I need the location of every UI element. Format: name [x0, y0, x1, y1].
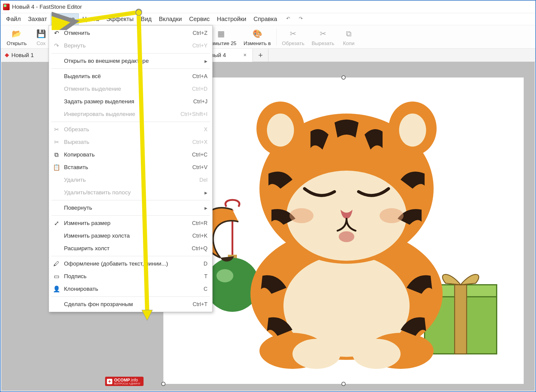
- menu-item[interactable]: Изменить размер холстаCtrl+K: [49, 229, 212, 242]
- shortcut-label: X: [204, 126, 207, 133]
- redo-icon: ↷: [53, 42, 60, 50]
- watermark-sub: ВОПРОСЫ АДМИНУ: [114, 382, 141, 385]
- tool-save: 💾Сох: [31, 26, 51, 48]
- svg-point-19: [339, 231, 354, 242]
- close-icon[interactable]: ×: [242, 52, 248, 58]
- menu-item-label: Задать размер выделения: [64, 98, 134, 105]
- menu-item[interactable]: 📋ВставитьCtrl+V: [49, 161, 212, 174]
- submenu-arrow-icon: ▸: [204, 58, 207, 65]
- tool-folder-open[interactable]: 📂Открыть: [4, 26, 30, 48]
- shortcut-label: Ctrl+D: [192, 86, 207, 92]
- resize-handle[interactable]: [341, 75, 346, 80]
- menu-item-label: Расширить холст: [64, 245, 110, 252]
- menu-item-label: Сделать фон прозрачным: [64, 301, 133, 308]
- menu-item[interactable]: ⤢Изменить размерCtrl+R: [49, 217, 212, 229]
- menu-item-label: Отменить выделение: [64, 86, 121, 92]
- menu-item: ↷ВернутьCtrl+Y: [49, 39, 212, 52]
- svg-point-12: [353, 339, 401, 369]
- tool-cut: ✂Вырезать: [309, 26, 338, 48]
- menu-вкладки[interactable]: Вкладки: [155, 14, 186, 24]
- caption-icon: ▭: [53, 272, 60, 280]
- separator: [51, 215, 210, 216]
- menu-item[interactable]: Повернуть▸: [49, 202, 212, 214]
- menu-сервис[interactable]: Сервис: [186, 14, 213, 24]
- resize-icon: ⤢: [53, 219, 60, 227]
- svg-rect-2: [455, 285, 467, 354]
- add-tab-button[interactable]: +: [253, 49, 268, 62]
- tool-label: Открыть: [7, 41, 27, 47]
- palette-icon: 🎨: [252, 29, 263, 39]
- resize-handle[interactable]: [161, 382, 165, 386]
- modified-indicator-icon: [5, 53, 9, 57]
- shortcut-label: Ctrl+V: [192, 164, 207, 171]
- menu-вид[interactable]: Вид: [137, 14, 155, 24]
- shortcut-label: T: [204, 273, 207, 280]
- tool-copy: ⧉Копи: [338, 26, 359, 48]
- shortcut-label: Ctrl+J: [193, 99, 207, 105]
- cut-icon: ✂: [53, 138, 60, 146]
- tool-crop: ✂Обрезать: [279, 26, 307, 48]
- shortcut-label: C: [204, 286, 207, 292]
- folder-open-icon: 📂: [11, 29, 22, 39]
- separator: [51, 200, 210, 200]
- shortcut-label: Ctrl+X: [192, 139, 207, 145]
- menu-item: ✂ОбрезатьX: [49, 123, 212, 136]
- edit-menu-dropdown: ↶ОтменитьCtrl+Z↷ВернутьCtrl+YОткрыть во …: [49, 25, 213, 312]
- shortcut-label: Ctrl+K: [192, 233, 207, 239]
- menu-item[interactable]: Расширить холстCtrl+Q: [49, 242, 212, 255]
- clone-icon: 👤: [53, 285, 60, 293]
- menu-item[interactable]: Открыть во внешнем редакторе▸: [49, 55, 212, 67]
- menu-цвета[interactable]: Цвета: [79, 14, 103, 24]
- menu-item-label: Вырезать: [64, 139, 89, 145]
- copy-icon: ⧉: [53, 151, 60, 159]
- svg-point-6: [217, 269, 233, 282]
- menu-item-label: Копировать: [64, 151, 95, 158]
- undo-icon: ↶: [53, 29, 60, 37]
- menu-захват[interactable]: Захват: [24, 14, 50, 24]
- tool-label: Изменить в: [244, 41, 271, 47]
- menu-эффекты[interactable]: Эффекты: [103, 14, 137, 24]
- shortcut-label: D: [204, 261, 207, 267]
- separator: [51, 256, 210, 256]
- redo-icon[interactable]: ↷: [299, 16, 306, 23]
- menu-item[interactable]: Задать размер выделенияCtrl+J: [49, 95, 212, 108]
- svg-point-17: [399, 114, 426, 147]
- app-icon: [3, 4, 10, 10]
- svg-point-21: [380, 208, 404, 223]
- menu-item-label: Изменить размер холста: [64, 232, 130, 239]
- menu-item[interactable]: Выделить всёCtrl+A: [49, 70, 212, 83]
- paste-icon: 📋: [53, 163, 60, 171]
- menu-item[interactable]: ↶ОтменитьCtrl+Z: [49, 27, 212, 39]
- crop-icon: ✂: [288, 29, 298, 39]
- shortcut-label: Ctrl+Q: [192, 245, 207, 252]
- menu-item[interactable]: 🖊Оформление (добавить текст, линии...)D: [49, 257, 212, 270]
- plus-icon: +: [107, 379, 112, 384]
- menu-item: Инвертировать выделениеCtrl+Shift+I: [49, 108, 212, 120]
- shortcut-label: Ctrl+Shift+I: [180, 111, 207, 117]
- menu-настройки[interactable]: Настройки: [213, 14, 250, 24]
- blur-icon: ▦: [216, 29, 226, 39]
- tool-palette[interactable]: 🎨Изменить в: [241, 26, 274, 48]
- save-icon: 💾: [36, 29, 47, 39]
- menu-item[interactable]: ▭ПодписьT: [49, 270, 212, 283]
- crop-icon: ✂: [53, 126, 60, 133]
- tool-label: Копи: [343, 41, 354, 47]
- menu-item[interactable]: ⧉КопироватьCtrl+C: [49, 148, 212, 161]
- menu-правка[interactable]: Правка: [51, 14, 79, 25]
- resize-handle[interactable]: [341, 382, 346, 386]
- separator: [51, 53, 210, 53]
- menu-item-label: Удалить/вставить полосу: [64, 189, 131, 196]
- tool-label: Вырезать: [312, 41, 335, 47]
- menu-item[interactable]: 👤КлонироватьC: [49, 283, 212, 295]
- undo-icon[interactable]: ↶: [286, 16, 293, 23]
- menu-справка[interactable]: Справка: [250, 14, 280, 24]
- shortcut-label: Ctrl+Y: [192, 43, 207, 49]
- separator: [51, 122, 210, 122]
- tool-label: Обрезать: [282, 41, 304, 47]
- menu-item[interactable]: Сделать фон прозрачнымCtrl+T: [49, 298, 212, 311]
- shortcut-label: Ctrl+A: [192, 73, 207, 80]
- menu-файл[interactable]: Файл: [2, 14, 24, 24]
- menu-item-label: Обрезать: [64, 126, 89, 133]
- canvas[interactable]: [163, 77, 524, 384]
- copy-icon: ⧉: [343, 29, 354, 39]
